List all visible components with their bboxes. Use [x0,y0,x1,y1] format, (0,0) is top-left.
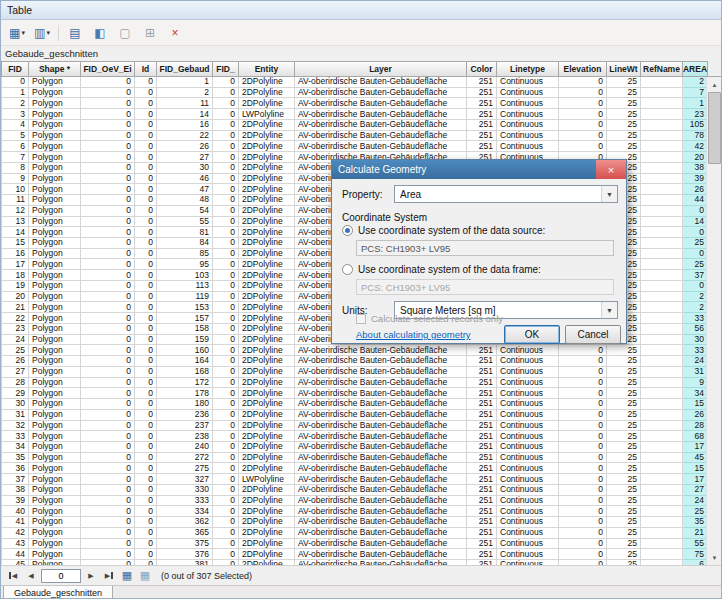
cell-fid_gebaud[interactable]: 333 [157,496,213,507]
cell-area[interactable]: 1 [683,98,708,109]
cell-linewt[interactable]: 25 [607,528,641,539]
ok-button[interactable]: OK [504,325,560,344]
cell-entity[interactable]: 2DPolyline [239,206,295,217]
cell-fid[interactable]: 13 [1,217,29,228]
cell-fid[interactable]: 39 [1,496,29,507]
cell-refname[interactable] [641,163,683,174]
cell-entity[interactable]: 2DPolyline [239,324,295,335]
cell-fid_oev_ei[interactable]: 0 [81,324,135,335]
cell-fid_[interactable]: 0 [213,163,239,174]
cell-layer[interactable]: AV-oberirdische Bauten-Gebäudefläche [295,131,467,142]
cell-color[interactable]: 251 [467,388,497,399]
cell-id[interactable]: 0 [135,98,157,109]
cell-entity[interactable]: 2DPolyline [239,345,295,356]
cell-refname[interactable] [641,131,683,142]
cell-fid_gebaud[interactable]: 275 [157,463,213,474]
cell-linetype[interactable]: Continuous [497,98,559,109]
cell-fid_gebaud[interactable]: 160 [157,345,213,356]
cell-area[interactable]: 2 [683,302,708,313]
cell-area[interactable]: 21 [683,528,708,539]
cell-area[interactable]: 15 [683,463,708,474]
cell-area[interactable]: 23 [683,109,708,120]
cell-entity[interactable]: 2DPolyline [239,152,295,163]
cell-fid_[interactable]: 0 [213,528,239,539]
radio-selected-icon[interactable] [342,225,353,236]
cell-linewt[interactable]: 25 [607,442,641,453]
cell-fid_oev_ei[interactable]: 0 [81,335,135,346]
cell-id[interactable]: 0 [135,421,157,432]
cell-fid[interactable]: 0 [1,77,29,88]
cell-fid_gebaud[interactable]: 327 [157,474,213,485]
cell-linewt[interactable]: 25 [607,131,641,142]
table-row[interactable]: 37Polygon003270LWPolylineAV-oberirdische… [1,474,721,485]
cell-fid_[interactable]: 0 [213,463,239,474]
cell-linetype[interactable]: Continuous [497,399,559,410]
cell-color[interactable]: 251 [467,474,497,485]
table-row[interactable]: 41Polygon0036202DPolylineAV-oberirdische… [1,517,721,528]
cell-color[interactable]: 251 [467,109,497,120]
cell-fid[interactable]: 33 [1,431,29,442]
cell-shape[interactable]: Polygon [29,302,81,313]
cell-id[interactable]: 0 [135,259,157,270]
cell-entity[interactable]: 2DPolyline [239,217,295,228]
cell-area[interactable]: 33 [683,313,708,324]
cell-area[interactable]: 26 [683,410,708,421]
cell-linetype[interactable]: Continuous [497,141,559,152]
cell-fid_[interactable]: 0 [213,324,239,335]
cell-area[interactable]: 44 [683,195,708,206]
cell-linetype[interactable]: Continuous [497,131,559,142]
cell-fid_[interactable]: 0 [213,345,239,356]
cell-layer[interactable]: AV-oberirdische Bauten-Gebäudefläche [295,141,467,152]
cell-elevation[interactable]: 0 [559,496,607,507]
cell-entity[interactable]: 2DPolyline [239,259,295,270]
cell-id[interactable]: 0 [135,141,157,152]
cell-shape[interactable]: Polygon [29,77,81,88]
cell-fid_oev_ei[interactable]: 0 [81,367,135,378]
cell-linewt[interactable]: 25 [607,120,641,131]
cell-linetype[interactable]: Continuous [497,367,559,378]
cell-area[interactable]: 37 [683,270,708,281]
cell-elevation[interactable]: 0 [559,485,607,496]
cell-shape[interactable]: Polygon [29,131,81,142]
cell-entity[interactable]: 2DPolyline [239,313,295,324]
cell-fid_gebaud[interactable]: 22 [157,131,213,142]
cell-entity[interactable]: 2DPolyline [239,195,295,206]
cell-refname[interactable] [641,421,683,432]
cell-fid_[interactable]: 0 [213,249,239,260]
cell-id[interactable]: 0 [135,217,157,228]
cell-fid[interactable]: 37 [1,474,29,485]
cell-fid_oev_ei[interactable]: 0 [81,539,135,550]
cell-fid_[interactable]: 0 [213,410,239,421]
cell-fid[interactable]: 36 [1,463,29,474]
cell-refname[interactable] [641,184,683,195]
column-header-area[interactable]: AREA [683,61,708,77]
cell-fid_[interactable]: 0 [213,313,239,324]
cell-fid[interactable]: 30 [1,399,29,410]
cell-id[interactable]: 0 [135,131,157,142]
cell-entity[interactable]: 2DPolyline [239,463,295,474]
cell-refname[interactable] [641,120,683,131]
cell-fid_gebaud[interactable]: 334 [157,506,213,517]
cell-fid[interactable]: 7 [1,152,29,163]
cell-refname[interactable] [641,539,683,550]
cell-linetype[interactable]: Continuous [497,378,559,389]
cell-color[interactable]: 251 [467,88,497,99]
cell-fid[interactable]: 3 [1,109,29,120]
cell-elevation[interactable]: 0 [559,539,607,550]
cell-elevation[interactable]: 0 [559,453,607,464]
cell-entity[interactable]: 2DPolyline [239,77,295,88]
cell-layer[interactable]: AV-oberirdische Bauten-Gebäudefläche [295,528,467,539]
cell-fid_gebaud[interactable]: 54 [157,206,213,217]
switch-selection-button[interactable]: ◧ [88,23,112,43]
cell-elevation[interactable]: 0 [559,378,607,389]
cell-area[interactable]: 14 [683,217,708,228]
cell-shape[interactable]: Polygon [29,388,81,399]
cell-id[interactable]: 0 [135,367,157,378]
cell-fid[interactable]: 6 [1,141,29,152]
cell-color[interactable]: 251 [467,496,497,507]
checkbox-icon[interactable] [356,314,366,324]
cell-entity[interactable]: 2DPolyline [239,98,295,109]
cell-fid[interactable]: 31 [1,410,29,421]
cell-shape[interactable]: Polygon [29,442,81,453]
cell-shape[interactable]: Polygon [29,152,81,163]
